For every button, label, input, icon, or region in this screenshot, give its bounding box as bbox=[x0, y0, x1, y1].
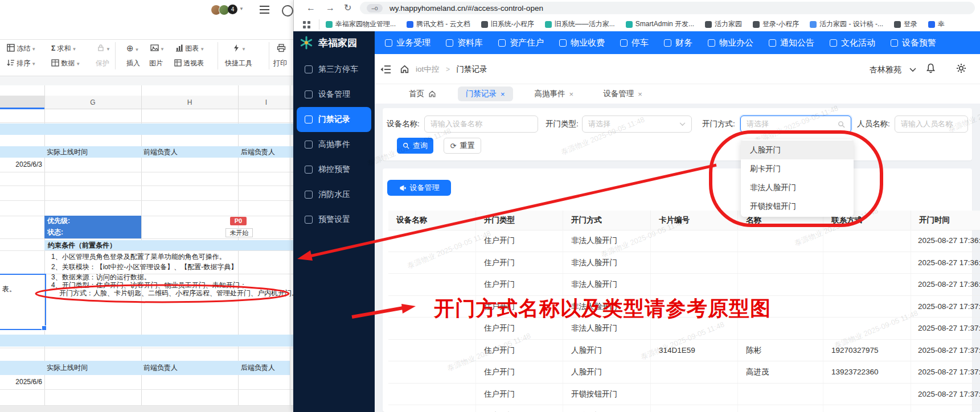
insert-label[interactable]: 插入 bbox=[126, 57, 140, 69]
back-button[interactable]: ← bbox=[306, 1, 315, 15]
table-row[interactable]: 住户开门 人脸开门 高进茂 13923722360 2025-08-27 17:… bbox=[388, 361, 980, 384]
top-nav-item[interactable]: 资料库 bbox=[446, 38, 483, 48]
bookmark-item[interactable]: 登录 bbox=[894, 19, 917, 29]
sidebar-item[interactable]: 设备管理 bbox=[297, 82, 371, 107]
fill-handle[interactable] bbox=[42, 326, 47, 331]
sidebar-item[interactable]: 消防水压 bbox=[297, 182, 371, 207]
collapse-menu-icon[interactable] bbox=[380, 65, 391, 74]
top-nav-item[interactable]: 物业办公 bbox=[708, 38, 753, 48]
table-header-cell[interactable]: 开门时间 bbox=[911, 211, 980, 230]
lock-button[interactable]: ▼ bbox=[97, 42, 110, 55]
bookmark-item[interactable]: SmartAdmin 开发... bbox=[626, 19, 694, 29]
menu-icon[interactable] bbox=[260, 6, 269, 14]
sort-button[interactable]: 排序▼ bbox=[7, 57, 36, 69]
bookmark-item[interactable]: 登录-小程序 bbox=[753, 19, 799, 29]
table-header-cell[interactable]: 设备名称 bbox=[388, 211, 476, 230]
device-name-input[interactable]: 请输入设备名称 bbox=[424, 116, 538, 133]
image-label[interactable]: 图片 bbox=[149, 57, 163, 69]
community-switcher[interactable]: 杏林雅苑 bbox=[870, 64, 901, 75]
url-text[interactable]: wy.happyhomeland.cn/#/access-control-ope… bbox=[389, 4, 543, 13]
dropdown-option[interactable]: 非法人脸开门 bbox=[741, 178, 854, 197]
quick-tools-label[interactable]: 快捷工具 bbox=[225, 57, 252, 69]
dropdown-option[interactable]: 刷卡开门 bbox=[741, 159, 854, 178]
sidebar-item[interactable]: 高抛事件 bbox=[297, 132, 371, 157]
table-row[interactable]: 住户开门 人脸开门 2025-08-27 17:37: bbox=[388, 405, 980, 412]
dropdown-option[interactable]: 人脸开门 bbox=[741, 141, 854, 159]
forward-button[interactable]: → bbox=[326, 1, 335, 15]
tab-item[interactable]: 设备管理 × bbox=[595, 86, 650, 101]
dropdown-option[interactable]: 开锁按钮开门 bbox=[741, 197, 854, 216]
reload-button[interactable]: ↻ bbox=[344, 1, 351, 15]
monitor-icon bbox=[708, 39, 715, 47]
tab-item[interactable]: 高抛事件 × bbox=[527, 86, 582, 101]
bookmark-item[interactable]: 旧系统——活力家... bbox=[545, 19, 615, 29]
cell-open-mode: 人脸开门 bbox=[563, 340, 651, 361]
print-label[interactable]: 打印 bbox=[273, 57, 287, 69]
data-button[interactable]: 数据▼ bbox=[51, 57, 80, 69]
top-nav-item[interactable]: 业务受理 bbox=[385, 38, 430, 48]
search-button[interactable]: 查询 bbox=[397, 138, 433, 154]
sidebar-item[interactable]: 第三方停车 bbox=[297, 57, 371, 82]
bookmark-item[interactable]: 活力家园 bbox=[705, 19, 742, 29]
bookmark-item[interactable]: 旧系统-小程序 bbox=[481, 19, 534, 29]
close-icon[interactable]: × bbox=[501, 90, 505, 98]
bell-icon[interactable] bbox=[926, 63, 936, 73]
col-header-i[interactable]: I bbox=[238, 96, 294, 109]
close-icon[interactable]: × bbox=[638, 90, 642, 98]
site-info-chip[interactable]: –o bbox=[367, 4, 383, 13]
table-header-cell[interactable]: 卡片编号 bbox=[651, 211, 738, 230]
top-nav-item[interactable]: 停车 bbox=[620, 38, 649, 48]
breadcrumb-root[interactable]: iot中控 bbox=[416, 65, 439, 73]
table-header-cell[interactable]: 开门方式 bbox=[563, 211, 651, 230]
tab-item[interactable]: 门禁记录 × bbox=[458, 86, 513, 101]
person-name-input[interactable]: 请输入人员名称 bbox=[895, 116, 968, 133]
print-button[interactable] bbox=[277, 42, 286, 55]
sum-button[interactable]: Σ 求和▼ bbox=[51, 42, 76, 55]
door-icon bbox=[305, 116, 313, 123]
collab-count-badge[interactable]: 4 bbox=[228, 5, 237, 14]
bookmark-item[interactable]: 幸福家园物业管理... bbox=[326, 19, 396, 29]
top-nav-item[interactable]: 物业收费 bbox=[559, 38, 605, 48]
table-header-cell[interactable]: 开门类型 bbox=[476, 211, 563, 230]
open-type-select[interactable]: 请选择 bbox=[582, 116, 692, 133]
gear-icon[interactable] bbox=[956, 63, 966, 73]
chevron-down-icon[interactable] bbox=[909, 68, 916, 72]
bookmark-item[interactable]: 腾讯文档 - 云文档 bbox=[407, 19, 470, 29]
sidebar-item[interactable]: 门禁记录 bbox=[297, 107, 371, 132]
close-icon[interactable]: × bbox=[569, 90, 574, 98]
table-row[interactable]: 住户开门 人脸开门 314D1E59 陈彬 19270327975 2025-0… bbox=[388, 340, 980, 362]
house-icon bbox=[498, 39, 506, 47]
top-nav-item[interactable]: 资产住户 bbox=[498, 38, 544, 48]
home-icon[interactable] bbox=[400, 64, 409, 74]
table-row[interactable]: 住户开门 开锁按钮开门 2025-08-27 17:37: bbox=[388, 384, 980, 406]
sidebar-item[interactable]: 预警设置 bbox=[297, 207, 371, 232]
assistant-circle-icon[interactable] bbox=[282, 5, 293, 17]
selected-cell[interactable] bbox=[0, 274, 46, 330]
chart-button[interactable]: 图表▼ bbox=[175, 42, 204, 55]
sidebar-item[interactable]: 梯控预警 bbox=[297, 157, 371, 182]
freeze-button[interactable]: 冻结▼ bbox=[7, 42, 36, 55]
col-header-h[interactable]: H bbox=[141, 96, 238, 109]
table-row[interactable]: 住户开门 非法人脸开门 2025-08-27 17:36: bbox=[388, 230, 980, 252]
top-nav-item[interactable]: 财务 bbox=[664, 38, 692, 48]
bookmark-item[interactable]: 活力家园 - 设计稿 -... bbox=[810, 19, 883, 29]
pivot-button[interactable]: 透视表 bbox=[174, 57, 204, 69]
quick-tools-button[interactable]: ▼ bbox=[232, 42, 246, 55]
reset-button[interactable]: ⟳ 重置 bbox=[444, 138, 481, 154]
tab-home[interactable]: 首页 bbox=[401, 86, 444, 101]
table-row[interactable]: 住户开门 非法人脸开门 2025-08-27 17:36: bbox=[388, 252, 980, 274]
top-nav-item[interactable]: 设备预警 bbox=[891, 38, 936, 48]
collab-caret-icon[interactable]: ▼ bbox=[239, 6, 244, 11]
insert-button[interactable]: ⊕▼ bbox=[126, 42, 140, 55]
url-bar[interactable]: –o wy.happyhomeland.cn/#/access-control-… bbox=[360, 2, 975, 14]
device-manage-button[interactable]: 设备管理 bbox=[387, 180, 451, 196]
table-row[interactable]: 住户开门 非法人脸开门 2025-08-27 17:36: bbox=[388, 274, 980, 296]
col-header-g[interactable]: G bbox=[44, 96, 141, 109]
apps-grid-icon[interactable] bbox=[302, 20, 311, 29]
open-mode-select[interactable]: 请选择 bbox=[740, 116, 851, 133]
top-nav-item[interactable]: 通知公告 bbox=[769, 38, 814, 48]
top-nav-item[interactable]: 文化活动 bbox=[830, 38, 875, 48]
image-button[interactable]: ▼ bbox=[150, 42, 165, 55]
bookmark-item[interactable]: 幸 bbox=[928, 19, 945, 29]
selected-column-header[interactable] bbox=[0, 96, 44, 109]
